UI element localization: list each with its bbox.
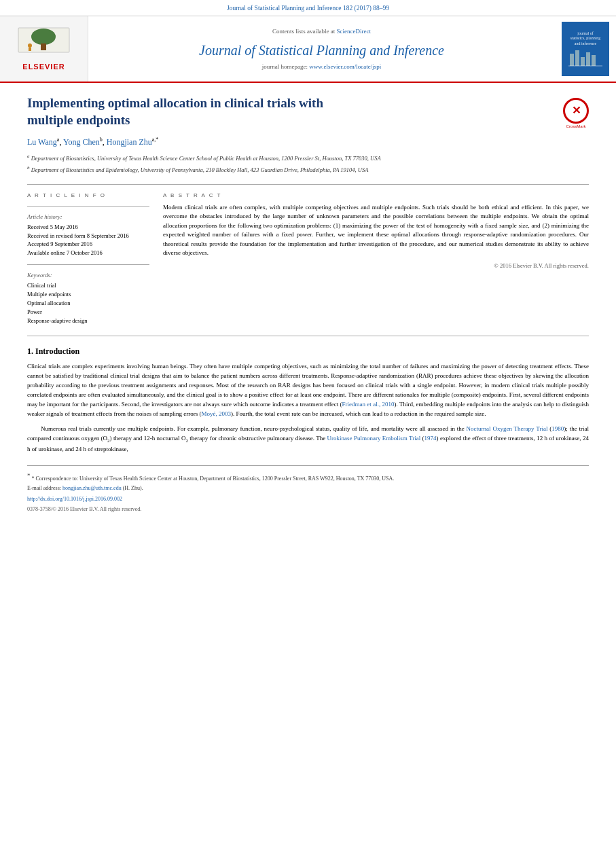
info-abstract-section: A R T I C L E I N F O Article history: R… [27, 192, 589, 326]
journal-cover-image: journal ofstatistics, planningand infere… [562, 22, 609, 76]
info-divider [27, 206, 149, 207]
footer-doi: http://dx.doi.org/10.1016/j.jspi.2016.09… [27, 495, 589, 503]
nocturnal-oxygen-ref[interactable]: Nocturnal Oxygen Therapy Trial [467, 425, 548, 432]
keywords-label: Keywords: [27, 272, 149, 280]
introduction-body: Clinical trials are complex experiments … [27, 362, 589, 454]
doi-link[interactable]: http://dx.doi.org/10.1016/j.jspi.2016.09… [27, 496, 122, 502]
publisher-logo-section: ELSEVIER [0, 16, 88, 82]
history-accepted: Accepted 9 September 2016 [27, 240, 149, 249]
svg-rect-10 [592, 55, 596, 66]
elsevier-tree-logo [15, 26, 73, 59]
affiliation-a: a Department of Biostatistics, Universit… [27, 153, 589, 163]
contents-label: Contents lists available at ScienceDirec… [272, 27, 371, 36]
history-label: Article history: [27, 213, 149, 221]
svg-rect-7 [575, 50, 579, 66]
top-citation-bar: Journal of Statistical Planning and Infe… [0, 0, 616, 16]
keyword-4: Power [27, 308, 149, 317]
page: Journal of Statistical Planning and Infe… [0, 0, 616, 841]
footnote-email: E-mail address: hongjian.zhu@uth.tmc.edu… [27, 484, 589, 492]
article-title: Implementing optimal allocation in clini… [27, 95, 448, 128]
friedman-ref[interactable]: Friedman et al., 2010 [342, 401, 395, 408]
authors-line: Lu Wanga, Yong Chenb, Hongjian Zhua,* [27, 136, 589, 148]
section-divider-2 [27, 336, 589, 336]
page-footer: * * Correspondence to: University of Tex… [27, 465, 589, 513]
intro-paragraph-2: Numerous real trials currently use multi… [27, 425, 589, 454]
keywords-divider [27, 264, 149, 265]
keywords-section: Keywords: Clinical trial Multiple endpoi… [27, 272, 149, 325]
svg-rect-6 [570, 54, 574, 66]
svg-rect-9 [586, 52, 590, 66]
footnote-correspondence: * * Correspondence to: University of Tex… [27, 471, 589, 482]
journal-header: ELSEVIER Contents lists available at Sci… [0, 16, 616, 83]
abstract-text: Modern clinical trials are often complex… [163, 203, 589, 258]
intro-paragraph-1: Clinical trials are complex experiments … [27, 362, 589, 419]
urokinase-year-ref[interactable]: 1974 [424, 435, 437, 442]
article-info-column: A R T I C L E I N F O Article history: R… [27, 192, 149, 326]
nocturnal-year-ref[interactable]: 1980 [551, 425, 564, 432]
svg-point-1 [31, 29, 56, 45]
sciencedirect-link[interactable]: ScienceDirect [337, 28, 371, 35]
keyword-1: Clinical trial [27, 282, 149, 290]
journal-cover-chart [568, 47, 602, 67]
affiliations: a Department of Biostatistics, Universit… [27, 153, 589, 174]
journal-name: Journal of Statistical Planning and Infe… [199, 41, 444, 60]
journal-title-section: Contents lists available at ScienceDirec… [88, 16, 555, 82]
history-received: Received 5 May 2016 [27, 223, 149, 232]
history-online: Available online 7 October 2016 [27, 249, 149, 257]
elsevier-label: ELSEVIER [22, 62, 65, 72]
author-lu-wang[interactable]: Lu Wang [27, 137, 57, 147]
email-link[interactable]: hongjian.zhu@uth.tmc.edu [62, 485, 122, 491]
journal-homepage-link[interactable]: www.elsevier.com/locate/jspi [309, 63, 381, 70]
author-hongjian-zhu[interactable]: Hongjian Zhu [107, 137, 152, 147]
svg-rect-8 [581, 57, 585, 66]
main-content: ✕ CrossMark Implementing optimal allocat… [0, 83, 616, 525]
urokinase-ref[interactable]: Urokinase Pulmonary Embolism Trial [327, 435, 421, 442]
section-divider-1 [27, 184, 589, 185]
abstract-label: A B S T R A C T [163, 192, 589, 199]
journal-cover-text: journal ofstatistics, planningand infere… [570, 31, 601, 47]
keyword-5: Response-adaptive design [27, 317, 149, 325]
journal-citation: Journal of Statistical Planning and Infe… [227, 5, 389, 12]
affiliation-b: b Department of Biostatistics and Epidem… [27, 164, 589, 175]
keyword-2: Multiple endpoints [27, 291, 149, 299]
crossmark-icon: ✕ [563, 98, 589, 124]
svg-point-4 [28, 43, 32, 48]
author-yong-chen[interactable]: Yong Chen [63, 137, 100, 147]
article-info-label: A R T I C L E I N F O [27, 192, 149, 199]
keyword-3: Optimal allocation [27, 300, 149, 308]
crossmark-badge: ✕ CrossMark [563, 98, 589, 129]
journal-thumbnail-section: journal ofstatistics, planningand infere… [555, 16, 616, 82]
history-revised: Received in revised form 8 September 201… [27, 232, 149, 240]
svg-rect-5 [29, 48, 31, 51]
svg-rect-2 [41, 43, 46, 50]
moye-ref[interactable]: Moyé, 2003 [202, 410, 232, 417]
footer-copyright: 0378-3758/© 2016 Elsevier B.V. All right… [27, 505, 589, 513]
homepage-label: journal homepage: www.elsevier.com/locat… [262, 62, 381, 71]
abstract-column: A B S T R A C T Modern clinical trials a… [163, 192, 589, 326]
abstract-copyright: © 2016 Elsevier B.V. All rights reserved… [163, 262, 589, 270]
introduction-heading: 1. Introduction [27, 346, 589, 357]
